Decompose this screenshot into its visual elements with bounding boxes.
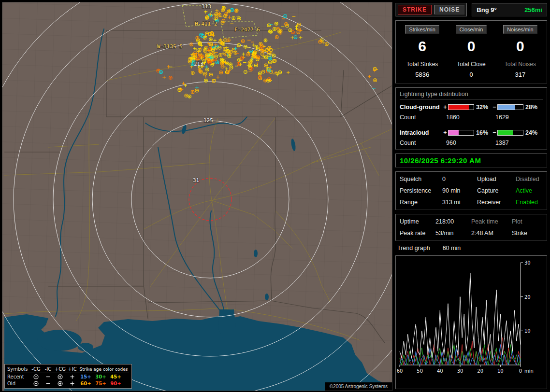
legend-col-neg-ic: -IC bbox=[42, 366, 54, 372]
cg-minus-count: 1629 bbox=[492, 114, 538, 121]
intracloud-label: Intracloud bbox=[400, 129, 442, 136]
cg-plus-bar bbox=[448, 104, 474, 110]
age-label-60: 60+ bbox=[78, 381, 93, 386]
peak-rate-value: 53/min bbox=[435, 230, 471, 237]
legend-symbols-title: Symbols bbox=[7, 366, 30, 372]
svg-text:60: 60 bbox=[397, 368, 403, 374]
ic-minus-pct: 24% bbox=[523, 129, 538, 136]
peak-rate-label: Peak rate bbox=[400, 230, 435, 237]
peak-time-value: 2:48 AM bbox=[471, 230, 512, 237]
status-panel: STRIKE NOISE Bng 9° 256mi Strikes/min 6 … bbox=[395, 3, 547, 389]
range-ring-label: 31 bbox=[193, 177, 199, 183]
legend-col-pos-ic: +IC bbox=[66, 366, 78, 372]
total-close-label: Total Close bbox=[447, 61, 495, 68]
neg-cg-icon bbox=[30, 380, 42, 387]
trend-window-value: 60 min bbox=[443, 245, 461, 252]
uptime-section: Uptime 218:00 Peak time Plot Peak rate 5… bbox=[395, 214, 547, 241]
receiver-status-section: Squelch 0 Upload Disabled Persistence 90… bbox=[395, 171, 547, 210]
ic-plus-bar bbox=[448, 130, 474, 136]
age-label-75: 75+ bbox=[93, 381, 108, 386]
neg-cg-icon bbox=[30, 374, 42, 380]
ic-minus-bar bbox=[497, 130, 523, 136]
plot-value: Strike bbox=[512, 230, 543, 237]
total-close-value: 0 bbox=[447, 71, 495, 78]
legend-old-label: Old bbox=[7, 381, 30, 386]
neg-ic-icon bbox=[42, 374, 54, 380]
plus-sign: + bbox=[442, 104, 448, 111]
trend-chart-canvas: 3020106050403020100min bbox=[397, 258, 538, 375]
pos-cg-icon bbox=[54, 374, 66, 380]
map-legend: Symbols -CG -IC +CG +IC Strike age color… bbox=[4, 364, 132, 389]
cloud-ground-label: Cloud-ground bbox=[400, 104, 442, 111]
range-ring-label: 313 bbox=[202, 3, 211, 10]
capture-value: Active bbox=[516, 187, 543, 194]
age-label-15: 15+ bbox=[78, 374, 93, 379]
squelch-label: Squelch bbox=[400, 176, 442, 182]
range-ring-label: 125 bbox=[203, 117, 213, 124]
cg-minus-pct: 28% bbox=[523, 104, 538, 111]
storm-cell-label: F-2477 6 bbox=[234, 27, 260, 33]
distribution-title: Lightning type distribution bbox=[400, 91, 543, 99]
copyright-text: ©2005 Astrogenic Systems bbox=[325, 382, 392, 391]
plot-label: Plot bbox=[512, 218, 543, 225]
map-canvas[interactable]: 31321312531H-411 2F-2477 6W-3135 5 bbox=[2, 2, 392, 391]
pos-ic-icon bbox=[66, 374, 78, 380]
svg-text:40: 40 bbox=[437, 368, 443, 374]
trend-graph-label: Trend graph bbox=[397, 245, 430, 252]
close-per-min-header: Close/min bbox=[456, 25, 487, 34]
age-label-45: 45+ bbox=[108, 374, 123, 379]
display-mode-buttons: STRIKE NOISE bbox=[395, 3, 467, 16]
age-label-90: 90+ bbox=[108, 381, 123, 386]
svg-text:30: 30 bbox=[457, 368, 463, 374]
bearing-range-display: Bng 9° 256mi bbox=[472, 3, 547, 16]
persistence-value: 90 min bbox=[442, 187, 477, 194]
svg-text:20: 20 bbox=[524, 294, 531, 300]
range-value: 256mi bbox=[524, 6, 542, 14]
storm-cell-label: H-411 2 bbox=[195, 21, 217, 27]
noises-per-min-header: Noises/min bbox=[503, 25, 537, 34]
peak-time-label: Peak time bbox=[471, 218, 512, 225]
total-strikes-label: Total Strikes bbox=[398, 61, 447, 68]
distribution-section: Lightning type distribution Cloud-ground… bbox=[395, 87, 547, 150]
strikes-per-min-header: Strikes/min bbox=[405, 25, 439, 34]
svg-text:10: 10 bbox=[497, 368, 504, 374]
panel-topbar: STRIKE NOISE Bng 9° 256mi bbox=[395, 3, 547, 16]
range-ring-label: 213 bbox=[194, 61, 203, 67]
range-label: Range bbox=[400, 199, 442, 206]
uptime-value: 218:00 bbox=[435, 218, 471, 225]
app-window: 31321312531H-411 2F-2477 6W-3135 5 Symbo… bbox=[0, 0, 550, 392]
noises-per-min-value: 0 bbox=[496, 38, 545, 55]
total-strikes-value: 5836 bbox=[398, 71, 447, 78]
close-per-min-value: 0 bbox=[447, 38, 495, 55]
noise-button[interactable]: NOISE bbox=[434, 5, 464, 14]
trend-graph-header: Trend graph 60 min bbox=[395, 245, 547, 252]
svg-text:20: 20 bbox=[477, 368, 483, 374]
ic-minus-count: 1387 bbox=[492, 140, 538, 146]
age-label-30: 30+ bbox=[93, 374, 108, 379]
svg-text:10: 10 bbox=[524, 328, 531, 334]
neg-ic-icon bbox=[42, 380, 54, 387]
upload-label: Upload bbox=[477, 176, 516, 182]
squelch-value: 0 bbox=[442, 176, 477, 182]
total-noises-value: 317 bbox=[496, 71, 545, 78]
minus-sign: − bbox=[492, 104, 497, 111]
storm-cell-label: W-3135 5 bbox=[157, 43, 183, 50]
strike-button[interactable]: STRIKE bbox=[398, 5, 432, 14]
upload-value: Disabled bbox=[516, 176, 543, 182]
count-label: Count bbox=[400, 140, 442, 146]
lightning-map[interactable]: 31321312531H-411 2F-2477 6W-3135 5 Symbo… bbox=[2, 2, 392, 391]
legend-age-title: Strike age color codes bbox=[78, 367, 129, 372]
total-noises-label: Total Noises bbox=[496, 61, 545, 68]
bearing-value: Bng 9° bbox=[477, 6, 496, 14]
ic-plus-count: 960 bbox=[442, 140, 492, 146]
legend-recent-label: Recent bbox=[7, 374, 30, 379]
noises-per-min-column: Noises/min 0 Total Noises 317 bbox=[496, 25, 545, 78]
uptime-label: Uptime bbox=[400, 218, 435, 225]
ic-plus-pct: 16% bbox=[474, 129, 492, 136]
capture-label: Capture bbox=[477, 187, 516, 194]
count-label: Count bbox=[400, 114, 442, 121]
svg-text:0: 0 bbox=[519, 368, 522, 374]
pos-cg-icon bbox=[54, 380, 66, 387]
svg-text:50: 50 bbox=[417, 368, 423, 374]
minus-sign: − bbox=[492, 129, 497, 136]
